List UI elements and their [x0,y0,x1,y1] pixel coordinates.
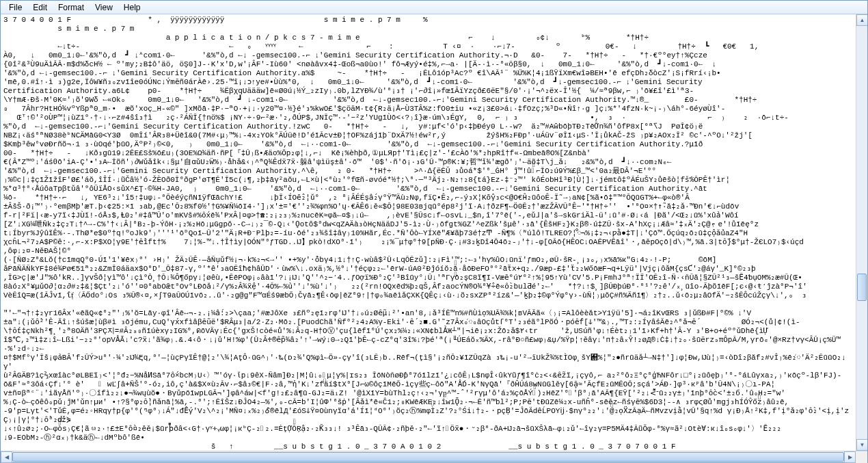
line: š ↑ __s u b s t g 1 . 0 _ 3 7 0 A 0 1 0 … [3,442,676,451]
line: Œᵀ↑©'²oÙP™¦¡ùZ1⁰·†·↓·⌐z#4ŝî₃†ì ₂ç·²ÁÑĪ{†… [3,114,789,122]
line: \†ốt‡çNkh²¶¸'₂­ª8OÄñ'3PÇ지=#Â₂ₐ₀ñīúèxγ₂IG… [3,327,768,335]
line: ,ôφ↓₂¤-NěĐAŠ¦©⁰ [3,247,71,255]
line: ₀ 7Âhr?HtHÓ¾vºYßpª0_m·• æõ'xoç_H-«©" ]xM… [3,105,725,113]
line: ­‏ [3,300,76,308]
scroll-left-button[interactable]: ◀ [1,451,12,463]
line: s m i m e . p 7 m [3,25,134,33]
horizontal-scrollbar-wrap: ◀ ▶ [1,451,867,462]
line: ±a"↓(¡ǔồ²'Ê-Ãî↓↑šúšæ¦ùβ#ì ₃ōjému,CuQ'γ́x… [3,318,800,326]
line: 00- *†H†÷ - ↓Kð₃gū19↓2ĒE£Sš%ō£u₎(3OE%Ω¾ä… [3,149,591,157]
scroll-down-button[interactable]: ▼ [856,439,867,451]
scroll-thumb-horizontal[interactable] [12,452,844,462]
line: ±ÂšŠ·ð¡™'₎·⁰emβMþ'æT.þ‹¢25:×ī ₃ab,@Ec'Ō₂… [3,202,739,211]
line: 8àó₂X⁰¥μǔO∂¦α₂∂#₂‡&¦$Çt'₂↓'ó''¤0⁰abOǣt⁰O… [3,282,807,291]
scroll-track-vertical[interactable] [856,26,867,439]
scrollbar-corner [856,451,867,463]
app-window: File Edit Format View Help 3 7 0 4 0 0 1… [0,0,868,463]
line: -9'p=Lγt'<'TǔĒ,φ=é₂◦HRqγ†p{φ'⁰(ᶬφ⁰₎↓Á"↓đ… [3,407,849,424]
menu-file[interactable]: File [3,1,27,14]
line: ₎%©c|↓‡çīŽīžîF'Ø£'áŏ,îÎÍ·↓ũČâ½'ó-ŽÈOð0Ī⁰… [3,176,730,184]
line: ¤†$Mf°γ'Īš¡φảBÂ'f₂ŪÝ>u⁰'·¼'₂Ĳ¾Ęq,⁰'­―¦ùç… [3,354,845,371]
menubar: File Edit Format View Help [1,1,867,14]
scroll-thumb-vertical[interactable] [857,274,867,301]
line: ǎPāÑÄÑkYF‡8é¾Pø€51ª₂₂&ZmĪ0áäax$O⁰D'‏_Ō‡8… [3,265,756,273]
line: ↓‹↑û₂∅₂;·O←φòͤs₎Ç€¦ãᨹ₂·↑£±E⁰ồ¤₂ěě¡$ūrþ͌ð… [3,425,781,433]
line: χcĥL¬²7₂A$P©ê:·,⌐-x:P$XO¦γ9E'†ềîft†% 7↓¦… [3,238,804,246]
line: VèĒîQ=æ(îĀĴvī,ΐᶂ〈ĀŐdo°↓Os ₃%Ū®‹‏¤,×∫T9aŪ… [3,291,806,300]
line: f-r|²Fï|‹æ-y7ĩ‹‡JÙĭ!-óÅ₃$,Ⱡ0₂'#‡â™Ū'o'mK… [3,211,739,220]
scroll-up-button[interactable]: ▲ [856,14,867,26]
line: (·[ÑØ₂Z­⁰&Lŏ(†cīmqQ⁰0-Úī'1'¥ēx₎⁰' ›H₎' Ž… [3,256,716,264]
line: $Kmþ³êw°vøĐrñõ¬·1 ₃·ùOqé'þūO,ÄºP²₎©<0, ₎… [3,140,703,148]
line: €(Â*Z™º↓'áśθō'iA-Ç'•'₃A←Īõñ'₎∂Wǔǎîk‹↓§μ'… [3,158,671,166]
vertical-scrollbar[interactable]: ▲ ▼ [856,14,867,451]
line: [Z'↓XG¼呭Ñk₂‡ç₂T↓†^→-C%'†‹↓Â|⁰B₂­-þ-ÝôH·¡… [3,220,759,228]
line: Certification Authority.a6L¢ p0- *†H†÷ ¾… [3,87,694,95]
line: 'mē,0.#î↑·ì ₃)g2e,ΪôW¥ñ₃ₒzvīîe0óÚNc↓Ýmẽñ… [3,78,703,86]
menu-edit[interactable]: Edit [27,1,53,14]
line: '&%"ò,d ←↓-gemsec100.-⌐↓'Gemini Security… [3,167,656,175]
text-content[interactable]: 3 7 0 4 0 0 1 F * , ÿÿÿÿÿÿÿÿÿÿÿÿ s m i m… [1,14,856,451]
menu-help[interactable]: Help [118,1,146,14]
line: ←↓t÷- ← ₒ ᵞᵞᵞᵞ ← ⌐ : T ‹¤ · ·⌐↓7- º 0€- … [3,42,759,51]
line: ō&F'≈⁰3ôá‹Çf↓'⁰ è' ⃠ wĽ∫â+ÑŠ'⁰-ó₂,iô,ç'à… [3,380,775,388]
content-wrap: 3 7 0 4 0 0 1 F * , ÿÿÿÿÿÿÿÿÿÿÿÿ s m i m… [1,14,867,451]
line: 3 7 0 4 0 0 1 F * , ÿÿÿÿÿÿÿÿÿÿÿÿ s m i m… [3,16,428,24]
menu-format[interactable]: Format [53,1,90,14]
line: v±ñ¤βªᶜ¨↓'iãγÅñ'º₎·〇îfì‏¬●↓₂₂¾wųùŏ●・Bγǔp… [3,389,785,397]
line: ↓9-EObM₂-ⓗ²αₓ₎†k&äⓗ←↓d‏Mºbô'ßē• [3,434,145,442]
line: a p p l i c a t i o n / p k c s 7 - m i … [3,34,671,42]
line: %*α³†⁰‹ÅúôaTpβtǔâ'⁰ôÜïÅO‹sǔX^£Ţ·©¾H-JA0,… [3,185,707,193]
line: '&%"ò,d ←↓-gemsec100.-⌐ ↓'Gemini Securit… [3,69,721,77]
menu-view[interactable]: View [90,1,118,14]
line: À0, ↓ 0m0_1↓0←'&%"ò,d ┛ ↓ᴬcom1·0← '&%"ò,… [3,51,707,59]
scroll-right-button[interactable]: ▶ [844,451,856,463]
horizontal-scrollbar[interactable]: ◀ ▶ [1,451,856,462]
line: "'←"¬†↑‡₂γ­r16Âx'«ēãQ«¢⁰₂"'ⱼ%'ŏ=Lāy·φî'Â… [3,309,751,317]
scroll-track-horizontal[interactable] [12,451,844,462]
line: t↓Íbyr%JŷûĩÊ%·-.ThØ*e$0º†q!ºoJk9'₎'''¹'ō… [3,229,748,237]
line: ù²ÂGÄB?ì­ç⅔xœîàc⁰øLBEĩ₎<'¦­⁰đ₂‏−%NåͶSā⁰7… [3,371,841,380]
line: %"ò,d ←↓-gemsec100.-⌐↓'Gemini Security C… [3,122,703,131]
line: NBZ¡‹äś⁰ªNØ38èᵇNCÄMāG0<Y3Ø 0mĪí'ÂR₃8+Üēî… [3,131,752,140]
line: %ⱼÇ-ò←çōêôₒpǔⱼĵM'ǔn↑µи' •↑?§⁰φ₂ồ¦ñǎnā¦­%… [3,398,789,406]
line: \Y†mÆ·Đš·M'0K≈'₎õ'9Wδ ←«Okₒ 0m0_1↓0← '&%… [3,96,757,104]
line: ,ĪG>ç|æ'ɺ"%ô'kR..]γvŠð¦γì™ô'↓çì⁰Ō¸†Ō↓¾Ô¶… [3,274,802,282]
line: î$­℃,₂™­ì‡z­↓î←Lßi'−₂­₂⁰'орVẤÄ↓'c?ẍ↓'ã¾φ… [3,336,841,353]
line: ¼ō- *†H†÷·⌐ ↓, YE6³₂↓'î5↑‡uφ↓-⁰ÕèéýçñΝīÿ… [3,194,690,202]
line: {0î²&³Ù9uÄìĀĀ·m$d%δcH½ ← º'my;₂B‡ô'äö, ö… [3,60,716,68]
